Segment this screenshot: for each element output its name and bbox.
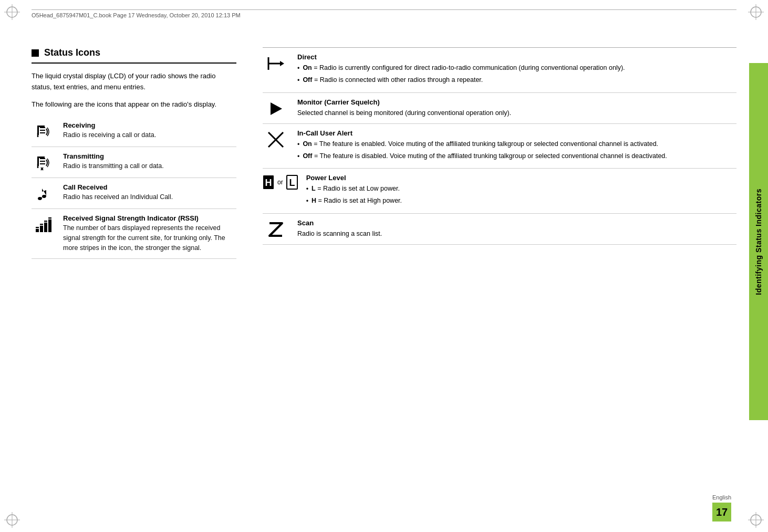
direct-text: Direct • On = Radio is currently configu…	[297, 53, 736, 87]
left-column: Status Icons The liquid crystal display …	[32, 32, 252, 511]
side-tab: Identifying Status Indicators	[749, 63, 768, 420]
icon-row-rssi: Received Signal Strength Indicator (RSSI…	[32, 209, 236, 258]
power-icon-cell: H or L	[263, 174, 298, 190]
transmitting-icon-cell	[32, 152, 55, 172]
reg-mark-tr	[748, 4, 764, 20]
svg-marker-37	[271, 102, 282, 115]
scan-icon-cell	[263, 219, 289, 239]
direct-bullet-on: • On = Radio is currently configured for…	[297, 63, 736, 74]
svg-rect-29	[48, 217, 51, 232]
right-column: Direct • On = Radio is currently configu…	[252, 32, 736, 511]
svg-rect-26	[36, 227, 39, 232]
call-received-desc: Radio has received an Individual Call.	[63, 192, 236, 202]
call-received-icon	[34, 184, 53, 203]
incall-bullet-on: • On = The feature is enabled. Voice mut…	[297, 139, 736, 150]
file-bar-text: O5Head_6875947M01_C.book Page 17 Wednesd…	[32, 12, 241, 18]
svg-rect-19	[37, 157, 45, 158]
power-label: Power Level	[306, 174, 736, 182]
icon-row-scan: Scan Radio is scanning a scan list.	[263, 214, 736, 245]
monitor-text: Monitor (Carrier Squelch) Selected chann…	[297, 98, 736, 118]
incall-label: In-Call User Alert	[297, 129, 736, 137]
rssi-text: Received Signal Strength Indicator (RSSI…	[63, 214, 236, 253]
receiving-icon	[34, 122, 53, 141]
icon-row-incall: In-Call User Alert • On = The feature is…	[263, 124, 736, 169]
scan-icon	[266, 220, 285, 239]
scan-desc: Radio is scanning a scan list.	[297, 229, 736, 239]
reg-mark-br	[748, 512, 764, 528]
rssi-icon-cell	[32, 214, 55, 234]
power-or-text: or	[277, 179, 283, 186]
monitor-icon	[266, 99, 285, 118]
monitor-icon-cell	[263, 98, 289, 118]
icon-row-monitor: Monitor (Carrier Squelch) Selected chann…	[263, 93, 736, 124]
monitor-desc: Selected channel is being monitored (dur…	[297, 108, 736, 118]
reg-mark-bl	[4, 512, 20, 528]
rssi-desc: The number of bars displayed represents …	[63, 223, 236, 253]
power-bullet-l-text: L = Radio is set at Low power.	[312, 184, 400, 194]
power-h-icon: H	[263, 175, 274, 190]
intro-text-2: The following are the icons that appear …	[32, 99, 236, 110]
transmitting-icon	[34, 153, 53, 172]
call-received-icon-cell	[32, 183, 55, 203]
direct-label: Direct	[297, 53, 736, 61]
scan-text: Scan Radio is scanning a scan list.	[297, 219, 736, 239]
svg-text:L: L	[289, 178, 295, 188]
power-text: Power Level • L = Radio is set at Low po…	[306, 174, 736, 208]
receiving-text: Receiving Radio is receiving a call or d…	[63, 121, 236, 140]
monitor-label: Monitor (Carrier Squelch)	[297, 98, 736, 106]
direct-bullet-off: • Off = Radio is connected with other ra…	[297, 75, 736, 86]
side-tab-text: Identifying Status Indicators	[754, 189, 763, 295]
direct-bullet-on-dot: •	[297, 64, 299, 74]
call-received-text: Call Received Radio has received an Indi…	[63, 183, 236, 202]
incall-bullet-off-text: Off = The feature is disabled. Voice mut…	[303, 151, 667, 162]
incall-bullet-on-text: On = The feature is enabled. Voice mutin…	[303, 139, 658, 150]
file-bar: O5Head_6875947M01_C.book Page 17 Wednesd…	[32, 9, 736, 18]
direct-icon-cell	[263, 53, 289, 73]
receiving-icon-cell	[32, 121, 55, 141]
scan-label: Scan	[297, 219, 736, 227]
receiving-label: Receiving	[63, 121, 236, 129]
svg-rect-13	[37, 126, 45, 127]
svg-marker-36	[280, 61, 284, 66]
icon-row-receiving: Receiving Radio is receiving a call or d…	[32, 116, 236, 147]
incall-icon	[266, 130, 285, 149]
incall-icon-cell	[263, 129, 289, 149]
direct-bullet-on-text: On = Radio is currently configured for d…	[303, 63, 625, 74]
reg-mark-tl	[4, 4, 20, 20]
section-title-text: Status Icons	[44, 47, 100, 58]
incall-bullet-off: • Off = The feature is disabled. Voice m…	[297, 151, 736, 162]
incall-text: In-Call User Alert • On = The feature is…	[297, 129, 736, 163]
power-bullet-h-text: H = Radio is set at High power.	[312, 196, 402, 206]
transmitting-text: Transmitting Radio is transmitting a cal…	[63, 152, 236, 171]
call-received-label: Call Received	[63, 183, 236, 191]
icon-row-direct: Direct • On = Radio is currently configu…	[263, 48, 736, 93]
icon-row-transmitting: Transmitting Radio is transmitting a cal…	[32, 147, 236, 178]
main-content: Status Icons The liquid crystal display …	[32, 32, 736, 511]
intro-text-1: The liquid crystal display (LCD) of your…	[32, 71, 236, 93]
power-bullet-h: • H = Radio is set at High power.	[306, 196, 736, 206]
power-l-icon: L	[286, 175, 298, 190]
direct-bullet-off-dot: •	[297, 76, 299, 86]
icon-row-call-received: Call Received Radio has received an Indi…	[32, 178, 236, 209]
section-title: Status Icons	[32, 47, 236, 64]
power-bullet-l: • L = Radio is set at Low power.	[306, 184, 736, 194]
rssi-icon	[34, 215, 53, 234]
page-container: O5Head_6875947M01_C.book Page 17 Wednesd…	[0, 0, 768, 532]
icon-row-power: H or L Power Level • L = Radio	[263, 169, 736, 214]
transmitting-desc: Radio is transmitting a call or data.	[63, 161, 236, 171]
direct-icon	[266, 54, 285, 73]
power-icons: H or L	[263, 175, 298, 190]
rssi-label: Received Signal Strength Indicator (RSSI…	[63, 214, 236, 222]
receiving-desc: Radio is receiving a call or data.	[63, 130, 236, 140]
svg-text:H: H	[265, 178, 272, 188]
transmitting-label: Transmitting	[63, 152, 236, 160]
direct-bullet-off-text: Off = Radio is connected with other radi…	[303, 75, 483, 86]
section-title-icon	[32, 49, 39, 57]
